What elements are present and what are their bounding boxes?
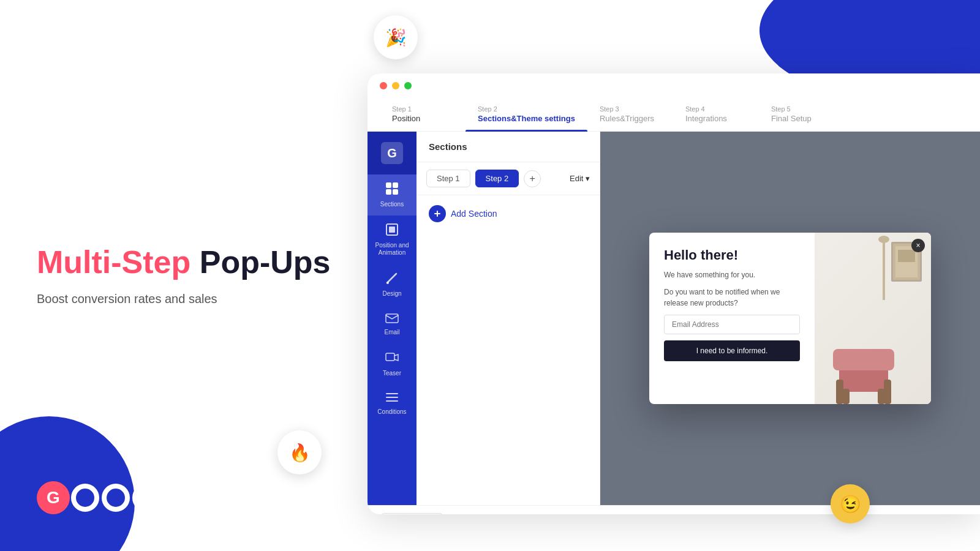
sidebar-label-teaser: Teaser	[383, 370, 401, 377]
sidebar-item-sections[interactable]: Sections	[368, 174, 417, 216]
logo-o-3	[132, 484, 160, 512]
chair-svg	[827, 331, 900, 404]
popup-preview: × Hello there! We have something for you…	[649, 233, 931, 404]
sidebar-label-conditions: Conditions	[377, 408, 406, 416]
popup-close-button[interactable]: ×	[911, 239, 925, 252]
app-window: Step 1 Position Step 2 Sections&Theme se…	[368, 73, 980, 514]
popup-right-image	[815, 233, 931, 404]
sidebar-label-sections: Sections	[380, 201, 404, 208]
sections-panel: Sections Step 1 Step 2 + Edit ▾ Add Sect…	[417, 132, 600, 505]
add-section-label: Add Section	[451, 209, 497, 219]
popup-left-content: Hello there! We have something for you. …	[649, 233, 815, 404]
add-section-button[interactable]: Add Section	[417, 195, 600, 232]
prev-button[interactable]: ← ← Prev	[380, 513, 444, 514]
step-1-label: Position	[392, 114, 420, 123]
position-icon	[385, 223, 399, 239]
sidebar-item-position[interactable]: Position and Animation	[368, 216, 417, 264]
step-4-number: Step 4	[685, 105, 747, 113]
steps-nav: Step 1 Position Step 2 Sections&Theme se…	[368, 98, 980, 132]
add-section-icon	[429, 205, 446, 222]
window-titlebar	[368, 73, 980, 98]
logo-g-letter: G	[37, 481, 70, 514]
logo-wrapper: G	[37, 481, 160, 514]
popup-text-2: Do you want to be notified when we relea…	[664, 287, 800, 309]
logo-container: G	[37, 481, 160, 514]
app-body: G Sections	[368, 132, 980, 505]
popup-text-1: We have something for you.	[664, 269, 800, 280]
window-dot-1	[380, 82, 387, 89]
title-popups: Pop-Ups	[200, 244, 331, 280]
step-3-number: Step 3	[600, 105, 661, 113]
svg-point-8	[386, 282, 389, 284]
step-item-5[interactable]: Step 5 Final Setup	[759, 98, 845, 131]
sidebar-item-teaser[interactable]: Teaser	[368, 343, 417, 384]
window-dot-2	[392, 82, 399, 89]
svg-rect-19	[833, 349, 894, 370]
step-tab-1[interactable]: Step 1	[426, 170, 470, 187]
step-5-label: Final Setup	[771, 114, 812, 123]
sidebar-label-email: Email	[384, 329, 399, 336]
step-2-number: Step 2	[478, 105, 575, 113]
emoji-wink-badge: 😉	[831, 484, 870, 523]
sidebar-item-email[interactable]: Email	[368, 305, 417, 343]
svg-rect-3	[393, 182, 398, 188]
popup-room-background	[815, 233, 931, 404]
popup-submit-button[interactable]: I need to be informed.	[664, 340, 800, 361]
sidebar-item-conditions[interactable]: Conditions	[368, 384, 417, 423]
step-item-2[interactable]: Step 2 Sections&Theme settings	[466, 98, 587, 131]
conditions-icon	[385, 392, 399, 406]
step-tab-2[interactable]: Step 2	[475, 170, 519, 187]
logo-o-2	[102, 484, 130, 512]
step-1-number: Step 1	[392, 105, 453, 113]
step-5-number: Step 5	[771, 105, 832, 113]
sections-header: Sections	[417, 132, 600, 162]
step-2-label: Sections&Theme settings	[478, 114, 575, 123]
lamp-head-decoration	[878, 236, 889, 243]
sidebar-label-position: Position and Animation	[372, 242, 412, 257]
sidebar-logo: G	[368, 132, 417, 174]
svg-rect-22	[842, 389, 850, 404]
svg-rect-4	[386, 189, 391, 195]
edit-button[interactable]: Edit ▾	[570, 174, 590, 183]
sidebar-item-design[interactable]: Design	[368, 264, 417, 305]
sections-icon	[385, 182, 399, 198]
window-dot-3	[404, 82, 412, 89]
step-item-4[interactable]: Step 4 Integrations	[673, 98, 759, 131]
design-icon	[385, 271, 399, 288]
preview-area: × Hello there! We have something for you…	[600, 132, 980, 505]
teaser-icon	[385, 351, 399, 367]
content-split: Sections Step 1 Step 2 + Edit ▾ Add Sect…	[417, 132, 980, 505]
email-icon	[385, 312, 399, 326]
svg-rect-2	[386, 182, 391, 188]
svg-rect-10	[386, 353, 394, 361]
emoji-fire-badge: 🔥	[277, 430, 322, 474]
left-content: Multi-Step Pop-Ups Boost conversion rate…	[37, 245, 331, 306]
main-title: Multi-Step Pop-Ups	[37, 245, 331, 280]
svg-text:G: G	[387, 146, 397, 160]
svg-rect-23	[878, 389, 885, 404]
svg-rect-17	[898, 250, 915, 262]
bottom-bar: ← ← Prev Desktop Mobile	[368, 505, 980, 514]
popup-title: Hello there!	[664, 247, 800, 263]
sidebar-label-design: Design	[382, 290, 401, 298]
svg-rect-7	[389, 227, 395, 233]
subtitle: Boost conversion rates and sales	[37, 292, 331, 306]
step-item-1[interactable]: Step 1 Position	[380, 98, 466, 131]
popup-email-input[interactable]	[664, 315, 800, 334]
title-multistep: Multi-Step	[37, 244, 190, 280]
emoji-party-badge: 🎉	[374, 15, 418, 59]
logo-ooo	[71, 484, 160, 512]
tab-add-button[interactable]: +	[524, 170, 541, 187]
step-3-label: Rules&Triggers	[600, 114, 654, 123]
svg-rect-5	[393, 189, 398, 195]
step-item-3[interactable]: Step 3 Rules&Triggers	[587, 98, 673, 131]
svg-rect-9	[386, 314, 398, 323]
sections-tabs: Step 1 Step 2 + Edit ▾	[417, 162, 600, 195]
step-4-label: Integrations	[685, 114, 727, 123]
logo-o-1	[71, 484, 99, 512]
sidebar: G Sections	[368, 132, 417, 505]
floor-lamp-decoration	[883, 239, 885, 300]
